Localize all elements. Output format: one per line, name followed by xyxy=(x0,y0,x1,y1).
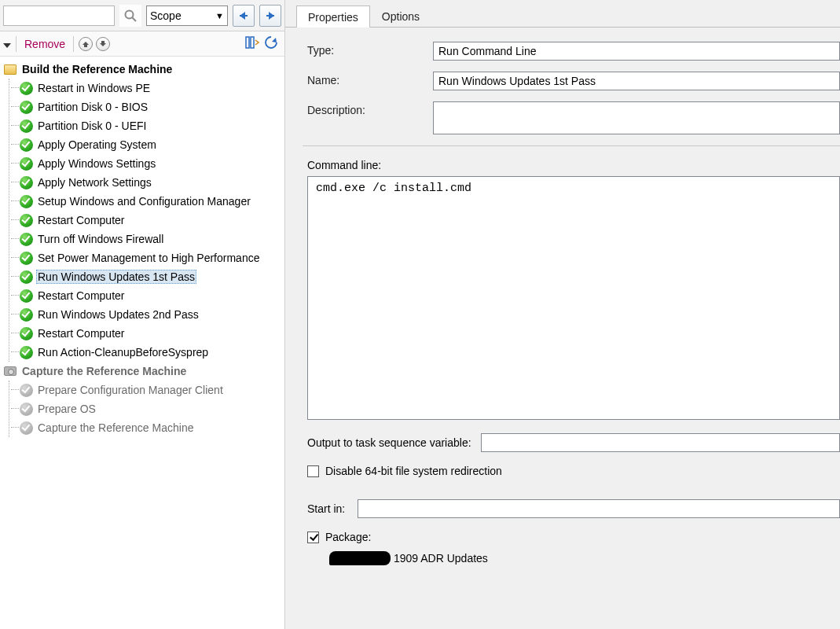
tree-item-label: Run Action-CleanupBeforeSysprep xyxy=(36,346,210,359)
remove-button[interactable]: Remove xyxy=(21,38,68,50)
tree-item[interactable]: Run Windows Updates 2nd Pass xyxy=(9,305,283,324)
scope-dropdown[interactable]: Scope ▼ xyxy=(146,6,228,26)
svg-line-1 xyxy=(133,17,137,21)
check-green-icon xyxy=(19,251,33,265)
checkbox-icon xyxy=(307,532,319,543)
tree-group[interactable]: Capture the Reference Machine xyxy=(2,362,283,381)
svg-rect-4 xyxy=(246,37,249,48)
search-icon[interactable] xyxy=(119,5,141,27)
tree-item-label: Turn off Windows Firewall xyxy=(36,233,165,245)
check-green-icon xyxy=(19,213,33,227)
search-toolbar: Scope ▼ xyxy=(0,0,284,31)
commandline-label: Command line: xyxy=(307,159,840,171)
svg-point-0 xyxy=(126,10,134,18)
description-label: Description: xyxy=(307,101,433,116)
disable-64bit-checkbox[interactable]: Disable 64-bit file system redirection xyxy=(307,465,840,477)
name-label: Name: xyxy=(307,72,433,86)
check-green-icon xyxy=(19,81,33,95)
startin-field[interactable] xyxy=(358,499,840,518)
tree-item-label: Apply Windows Settings xyxy=(36,157,157,170)
tree-item-label: Restart Computer xyxy=(36,327,126,340)
tree-item[interactable]: Setup Windows and Configuration Manager xyxy=(9,192,283,211)
svg-rect-2 xyxy=(240,15,248,17)
disable-64bit-label: Disable 64-bit file system redirection xyxy=(325,465,502,477)
move-down-icon[interactable] xyxy=(96,37,110,51)
tree-group[interactable]: Build the Reference Machine xyxy=(2,60,283,79)
tabstrip: Properties Options xyxy=(285,0,840,27)
camera-icon xyxy=(3,364,17,378)
tree-item[interactable]: Restart Computer xyxy=(9,286,283,305)
package-value: 1909 ADR Updates xyxy=(329,551,840,565)
tree-item[interactable]: Apply Network Settings xyxy=(9,173,283,192)
tree-item[interactable]: Partition Disk 0 - BIOS xyxy=(9,97,283,116)
checkbox-icon xyxy=(307,465,319,477)
chevron-down-icon: ▼ xyxy=(215,11,224,20)
check-green-icon xyxy=(19,270,33,284)
tree-item[interactable]: Run Action-CleanupBeforeSysprep xyxy=(9,343,283,362)
check-green-icon xyxy=(19,345,33,359)
tree-item[interactable]: Restart in Windows PE xyxy=(9,79,283,97)
tree-item-label: Prepare Configuration Manager Client xyxy=(36,384,225,396)
name-field[interactable] xyxy=(433,72,840,90)
check-green-icon xyxy=(19,194,33,208)
check-grey-icon xyxy=(19,402,33,416)
tree-item[interactable]: Prepare Configuration Manager Client xyxy=(9,381,283,399)
tree-item-label: Restart Computer xyxy=(36,289,126,302)
description-field[interactable] xyxy=(433,101,840,134)
tree-item[interactable]: Restart Computer xyxy=(9,211,283,230)
tab-options[interactable]: Options xyxy=(370,5,431,27)
tree-item[interactable]: Run Windows Updates 1st Pass xyxy=(9,267,283,286)
tree-group-label: Capture the Reference Machine xyxy=(20,365,188,377)
type-label: Type: xyxy=(307,42,433,57)
check-green-icon xyxy=(19,100,33,114)
check-green-icon xyxy=(19,119,33,133)
check-green-icon xyxy=(19,326,33,340)
task-sequence-tree[interactable]: Build the Reference MachineRestart in Wi… xyxy=(0,57,284,629)
separator xyxy=(16,36,17,52)
tree-item-label: Run Windows Updates 2nd Pass xyxy=(36,308,200,321)
tree-item-label: Apply Network Settings xyxy=(36,176,153,189)
separator xyxy=(73,36,74,52)
action-toolbar: Remove xyxy=(0,31,284,57)
redacted-icon xyxy=(329,551,391,565)
tree-item-label: Run Windows Updates 1st Pass xyxy=(36,270,196,284)
package-checkbox[interactable]: Package: xyxy=(307,531,840,543)
tree-item[interactable]: Set Power Management to High Performance xyxy=(9,248,283,267)
folder-icon xyxy=(3,62,17,76)
tree-item-label: Capture the Reference Machine xyxy=(36,421,195,434)
tree-item[interactable]: Partition Disk 0 - UEFI xyxy=(9,116,283,135)
refresh-icon[interactable] xyxy=(264,35,278,53)
tree-item-label: Prepare OS xyxy=(36,403,97,415)
columns-icon[interactable] xyxy=(245,35,259,53)
output-var-field[interactable] xyxy=(481,433,840,452)
tree-item-label: Apply Operating System xyxy=(36,138,158,151)
tree-item[interactable]: Apply Windows Settings xyxy=(9,154,283,173)
check-green-icon xyxy=(19,138,33,152)
svg-rect-3 xyxy=(266,15,274,17)
move-up-icon[interactable] xyxy=(79,37,93,51)
nav-back-button[interactable] xyxy=(233,5,255,27)
tree-item[interactable]: Turn off Windows Firewall xyxy=(9,230,283,248)
package-label: Package: xyxy=(325,531,371,543)
nav-forward-button[interactable] xyxy=(259,5,281,27)
tab-properties[interactable]: Properties xyxy=(296,6,370,28)
tree-item-label: Partition Disk 0 - BIOS xyxy=(36,101,149,113)
check-green-icon xyxy=(19,156,33,171)
output-var-label: Output to task sequence variable: xyxy=(307,436,471,449)
tree-group-label: Build the Reference Machine xyxy=(20,63,174,75)
tree-item[interactable]: Capture the Reference Machine xyxy=(9,418,283,437)
tree-item[interactable]: Apply Operating System xyxy=(9,135,283,154)
tree-item[interactable]: Prepare OS xyxy=(9,399,283,418)
commandline-field[interactable] xyxy=(307,176,840,420)
search-input[interactable] xyxy=(3,6,115,26)
check-grey-icon xyxy=(19,421,33,435)
scope-label: Scope xyxy=(150,9,182,22)
check-green-icon xyxy=(19,289,33,303)
check-grey-icon xyxy=(19,383,33,397)
dropdown-icon[interactable] xyxy=(3,40,11,48)
tree-item-label: Restart Computer xyxy=(36,214,126,226)
tree-item[interactable]: Restart Computer xyxy=(9,324,283,343)
type-field xyxy=(433,42,840,61)
svg-rect-5 xyxy=(251,37,254,48)
tree-item-label: Partition Disk 0 - UEFI xyxy=(36,120,148,132)
